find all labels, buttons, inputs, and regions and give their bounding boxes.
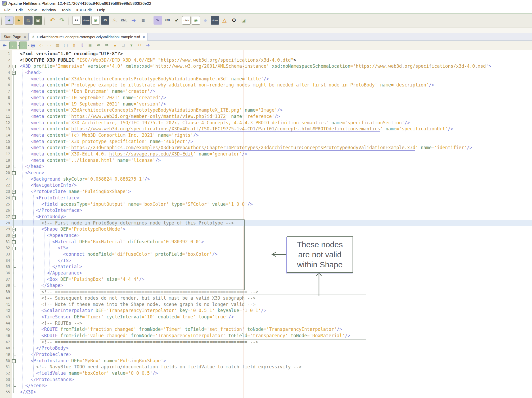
code-line-53[interactable]: 53</ProtoInstance> <box>0 377 532 383</box>
next-occurrence-icon[interactable]: ⇩ <box>79 42 86 49</box>
fold-collapse-icon[interactable]: − <box>12 240 16 244</box>
new-project-icon[interactable]: + <box>15 16 23 25</box>
code-line-35[interactable]: 35</Material> <box>0 264 532 270</box>
code-line-26[interactable]: 26</ProtoInterface> <box>0 207 532 214</box>
code-line-36[interactable]: 36</Appearance> <box>0 270 532 276</box>
x3d-label-icon[interactable]: X3D <box>163 16 172 25</box>
code-line-30[interactable]: 30<Appearance> <box>0 232 532 239</box>
code-line-31[interactable]: 31<Material DEF='BoxMaterial' diffuseCol… <box>0 239 532 245</box>
code-line-17[interactable]: 17<meta content='X3D-Edit 4.0, https://s… <box>0 151 532 157</box>
code-line-51[interactable]: 51<!-- NavyBlue TODO need appinfo/docume… <box>0 364 532 370</box>
duplicate-lines-icon[interactable]: ▣ <box>87 42 94 49</box>
menu-help[interactable]: Help <box>94 7 108 13</box>
tab-close-icon[interactable]: × <box>24 35 26 39</box>
previous-occurrence-icon[interactable]: ⇧ <box>70 42 78 49</box>
java-icon[interactable]: ♨ <box>110 16 119 25</box>
code-line-10[interactable]: 10<meta content='X3dArchitectureConcepts… <box>0 107 532 113</box>
next-bookmark-icon[interactable]: ▼ <box>128 42 135 49</box>
code-line-6[interactable]: 6<meta content='Prototype example to ill… <box>0 82 532 88</box>
fold-collapse-icon[interactable]: − <box>12 190 16 194</box>
code-line-37[interactable]: 37<Box DEF='PulsingBox' size='4 4 4'/> <box>0 276 532 283</box>
code-line-47[interactable]: 47<!-- =================================… <box>0 339 532 345</box>
code-line-48[interactable]: 48</ProtoBody> <box>0 345 532 351</box>
code-line-32[interactable]: 32<IS> <box>0 245 532 251</box>
code-line-16[interactable]: 16<meta content='https://X3dGraphics.com… <box>0 145 532 151</box>
code-line-39[interactable]: 39<!-- =================================… <box>0 289 532 295</box>
globe-icon[interactable]: ● <box>201 16 210 25</box>
code-line-8[interactable]: 8<meta content='10 September 2021' name=… <box>0 95 532 101</box>
redo-icon[interactable]: ↷ <box>58 16 66 25</box>
fold-collapse-icon[interactable]: − <box>12 359 16 363</box>
code-line-50[interactable]: 50<ProtoInstance DEF='MyBox' name='Pulsi… <box>0 358 532 364</box>
fold-collapse-icon[interactable]: − <box>12 228 16 231</box>
jump-back-icon[interactable]: ← <box>9 42 17 49</box>
last-edit-position-icon[interactable]: ⇤ <box>1 42 8 49</box>
code-line-29[interactable]: 29<Shape DEF='PrototypeRootNode'> <box>0 226 532 232</box>
cube-icon[interactable]: ◪ <box>239 16 248 25</box>
find-previous-icon[interactable]: ⇦ <box>38 42 45 49</box>
tab-x3d-file[interactable]: ✳X3dArchitectureConceptsPrototypeBodyVal… <box>29 33 147 40</box>
code-line-41[interactable]: 41<!-- Note if these move into the Shape… <box>0 301 532 308</box>
code-line-24[interactable]: 24<ProtoInterface> <box>0 195 532 201</box>
collapse-all-folds-icon[interactable]: ▼▼ <box>136 42 143 49</box>
tab-close-icon[interactable]: × <box>143 35 145 39</box>
rectangular-selection-icon[interactable]: ▢ <box>62 42 69 49</box>
code-line-25[interactable]: 25<field accessType='inputOutput' name='… <box>0 201 532 208</box>
code-line-3[interactable]: 3<X3D profile='Immersive' version='4.0' … <box>0 63 532 70</box>
start-macro-recording-icon[interactable]: ● <box>111 42 119 49</box>
code-line-1[interactable]: 1<?xml version="1.0" encoding="UTF-8"?> <box>0 51 532 57</box>
new-file-icon[interactable]: + <box>5 16 13 25</box>
code-line-18[interactable]: 18<meta content='../license.html' name='… <box>0 157 532 164</box>
go-arrow-icon[interactable]: ➔ <box>144 42 151 49</box>
find-selection-icon[interactable]: ◎ <box>29 42 37 49</box>
code-line-22[interactable]: 22<NavigationInfo/> <box>0 182 532 189</box>
tab-start-page[interactable]: Start Page× <box>1 33 29 40</box>
fold-collapse-icon[interactable]: − <box>12 171 16 175</box>
toggle-highlight-search-icon[interactable]: ▤ <box>54 42 61 49</box>
code-line-21[interactable]: 21<Background skyColor='0.058824 0.88627… <box>0 176 532 182</box>
fold-collapse-icon[interactable]: − <box>12 247 16 250</box>
undo-icon[interactable]: ↶ <box>48 16 57 25</box>
fold-collapse-icon[interactable]: − <box>12 215 16 219</box>
find-next-icon[interactable]: ⇨ <box>46 42 53 49</box>
xml-check-icon[interactable]: ✔ <box>173 16 181 25</box>
xml-pencil-edit-icon[interactable]: ✎ <box>154 16 162 25</box>
xml-source-editor[interactable]: 1<?xml version="1.0" encoding="UTF-8"?>2… <box>0 50 532 398</box>
code-line-14[interactable]: 14<meta content='(c) Web3D Consortium In… <box>0 132 532 139</box>
xite-launch-icon[interactable]: ◉ <box>91 16 100 25</box>
code-line-34[interactable]: 34</IS> <box>0 258 532 264</box>
shift-left-icon[interactable]: ⇚ <box>95 42 102 49</box>
open-project-icon[interactable]: ▨ <box>24 16 33 25</box>
code-line-19[interactable]: 19</head> <box>0 163 532 170</box>
prism-icon[interactable]: △ <box>220 16 229 25</box>
jump-forward-icon[interactable]: → <box>19 42 27 49</box>
code-line-45[interactable]: 45<ROUTE fromField='fraction_changed' fr… <box>0 326 532 333</box>
code-line-42[interactable]: 42<ScalarInterpolator DEF='TransparencyI… <box>0 308 532 314</box>
code-line-2[interactable]: 2<!DOCTYPE X3D PUBLIC "ISO//Web3D//DTD X… <box>0 57 532 63</box>
kml-export-arrow-icon[interactable]: ➔ <box>129 16 138 25</box>
save-all-icon[interactable]: ▣ <box>34 16 42 25</box>
kml-icon[interactable]: KML <box>120 16 128 25</box>
menu-tools[interactable]: Tools <box>59 7 73 13</box>
code-line-27[interactable]: 27<ProtoBody> <box>0 214 532 220</box>
code-line-5[interactable]: 5<meta content='X3dArchitectureConceptsP… <box>0 76 532 82</box>
code-line-33[interactable]: 33<connect nodeField='diffuseColor' prot… <box>0 251 532 258</box>
code-line-54[interactable]: 54</Scene> <box>0 383 532 389</box>
menu-window[interactable]: Window <box>39 7 58 13</box>
code-line-55[interactable]: 55</X3D> <box>0 389 532 395</box>
c14n-icon[interactable]: c14n <box>182 16 191 25</box>
orbit-icon[interactable]: O <box>230 16 238 25</box>
stop-macro-recording-icon[interactable]: □ <box>120 42 127 49</box>
code-line-52[interactable]: 52<fieldValue name='boxColor' value='0 0… <box>0 370 532 377</box>
jump-forward-icon-dropdown[interactable]: ▾ <box>28 44 29 47</box>
code-line-40[interactable]: 40<!-- Subsequent nodes do not render, b… <box>0 295 532 301</box>
x3dom-launch-icon[interactable]: x3dom <box>82 16 90 25</box>
menu-x3d-edit[interactable]: X3D-Edit <box>73 7 94 13</box>
code-line-11[interactable]: 11<meta content='https://www.web3d.org/m… <box>0 113 532 120</box>
menu-file[interactable]: File <box>2 7 13 13</box>
xml-validate-page-icon[interactable]: ◉ <box>192 16 200 25</box>
menu-edit[interactable]: Edit <box>13 7 25 13</box>
code-line-44[interactable]: 44<!-- ROUTEs --> <box>0 320 532 327</box>
code-line-46[interactable]: 46<ROUTE fromField='value_changed' fromN… <box>0 333 532 339</box>
fold-collapse-icon[interactable]: − <box>12 196 16 200</box>
